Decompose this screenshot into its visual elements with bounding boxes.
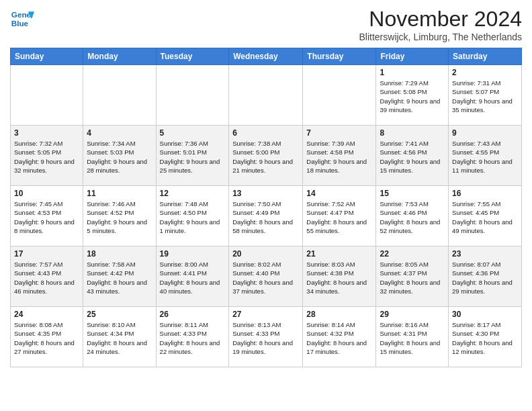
weekday-header-monday: Monday [83,48,156,65]
day-number: 16 [452,189,518,198]
logo: General Blue [10,7,34,31]
day-info: Sunrise: 7:31 AM Sunset: 5:07 PM Dayligh… [452,79,518,114]
day-info: Sunrise: 7:48 AM Sunset: 4:50 PM Dayligh… [160,199,226,235]
day-info: Sunrise: 8:05 AM Sunset: 4:37 PM Dayligh… [380,260,445,295]
day-number: 19 [160,249,226,259]
day-info: Sunrise: 8:10 AM Sunset: 4:34 PM Dayligh… [87,320,152,356]
calendar-cell: 20Sunrise: 8:02 AM Sunset: 4:40 PM Dayli… [229,246,303,307]
week-row-1: 1Sunrise: 7:29 AM Sunset: 5:08 PM Daylig… [11,65,522,126]
day-info: Sunrise: 8:03 AM Sunset: 4:38 PM Dayligh… [306,260,372,295]
calendar-cell [303,65,376,126]
day-info: Sunrise: 7:43 AM Sunset: 4:55 PM Dayligh… [452,139,518,175]
calendar-cell: 14Sunrise: 7:52 AM Sunset: 4:47 PM Dayli… [303,186,376,246]
day-info: Sunrise: 7:50 AM Sunset: 4:49 PM Dayligh… [232,199,299,235]
calendar-cell [156,65,229,126]
day-info: Sunrise: 7:46 AM Sunset: 4:52 PM Dayligh… [87,199,152,235]
day-info: Sunrise: 8:08 AM Sunset: 4:35 PM Dayligh… [14,320,79,356]
calendar-cell: 6Sunrise: 7:38 AM Sunset: 5:00 PM Daylig… [229,126,303,186]
day-number: 4 [87,128,152,138]
calendar-cell: 8Sunrise: 7:41 AM Sunset: 4:56 PM Daylig… [376,126,449,186]
calendar-cell: 29Sunrise: 8:16 AM Sunset: 4:31 PM Dayli… [376,307,449,367]
day-number: 13 [232,189,299,198]
day-number: 28 [306,310,372,319]
calendar-cell: 23Sunrise: 8:07 AM Sunset: 4:36 PM Dayli… [449,246,522,307]
day-info: Sunrise: 7:38 AM Sunset: 5:00 PM Dayligh… [232,139,299,175]
calendar-cell: 4Sunrise: 7:34 AM Sunset: 5:03 PM Daylig… [83,126,156,186]
day-number: 10 [14,189,79,198]
day-number: 14 [306,189,372,198]
day-number: 12 [160,189,226,198]
calendar-cell: 10Sunrise: 7:45 AM Sunset: 4:53 PM Dayli… [11,186,83,246]
weekday-header-wednesday: Wednesday [229,48,303,65]
calendar-cell: 9Sunrise: 7:43 AM Sunset: 4:55 PM Daylig… [449,126,522,186]
day-number: 24 [14,310,79,319]
day-info: Sunrise: 8:17 AM Sunset: 4:30 PM Dayligh… [452,320,518,356]
weekday-header-sunday: Sunday [11,48,83,65]
day-number: 9 [452,128,518,138]
day-info: Sunrise: 7:29 AM Sunset: 5:08 PM Dayligh… [380,79,445,114]
calendar-cell: 17Sunrise: 7:57 AM Sunset: 4:43 PM Dayli… [11,246,83,307]
day-number: 6 [232,128,299,138]
calendar-cell: 26Sunrise: 8:11 AM Sunset: 4:33 PM Dayli… [156,307,229,367]
day-number: 3 [14,128,79,138]
calendar-cell: 13Sunrise: 7:50 AM Sunset: 4:49 PM Dayli… [229,186,303,246]
calendar-cell: 19Sunrise: 8:00 AM Sunset: 4:41 PM Dayli… [156,246,229,307]
day-info: Sunrise: 7:41 AM Sunset: 4:56 PM Dayligh… [380,139,445,175]
day-info: Sunrise: 8:11 AM Sunset: 4:33 PM Dayligh… [160,320,226,356]
day-info: Sunrise: 7:34 AM Sunset: 5:03 PM Dayligh… [87,139,152,175]
day-number: 20 [232,249,299,259]
day-number: 25 [87,310,152,319]
calendar-cell: 21Sunrise: 8:03 AM Sunset: 4:38 PM Dayli… [303,246,376,307]
day-info: Sunrise: 7:58 AM Sunset: 4:42 PM Dayligh… [87,260,152,295]
calendar-cell: 25Sunrise: 8:10 AM Sunset: 4:34 PM Dayli… [83,307,156,367]
weekday-header-saturday: Saturday [449,48,522,65]
day-number: 23 [452,249,518,259]
day-number: 15 [380,189,445,198]
day-number: 5 [160,128,226,138]
week-row-4: 17Sunrise: 7:57 AM Sunset: 4:43 PM Dayli… [11,246,522,307]
day-number: 2 [452,68,518,77]
calendar-cell: 16Sunrise: 7:55 AM Sunset: 4:45 PM Dayli… [449,186,522,246]
day-number: 29 [380,310,445,319]
day-number: 21 [306,249,372,259]
logo-icon: General Blue [10,7,34,31]
day-info: Sunrise: 7:55 AM Sunset: 4:45 PM Dayligh… [452,199,518,235]
day-number: 7 [306,128,372,138]
day-number: 17 [14,249,79,259]
day-info: Sunrise: 8:00 AM Sunset: 4:41 PM Dayligh… [160,260,226,295]
day-number: 11 [87,189,152,198]
calendar-cell [229,65,303,126]
calendar-cell: 28Sunrise: 8:14 AM Sunset: 4:32 PM Dayli… [303,307,376,367]
calendar-cell: 1Sunrise: 7:29 AM Sunset: 5:08 PM Daylig… [376,65,449,126]
weekday-header-thursday: Thursday [303,48,376,65]
title-block: November 2024 Blitterswijck, Limburg, Th… [359,7,522,42]
calendar-cell: 27Sunrise: 8:13 AM Sunset: 4:33 PM Dayli… [229,307,303,367]
calendar-cell: 15Sunrise: 7:53 AM Sunset: 4:46 PM Dayli… [376,186,449,246]
day-info: Sunrise: 7:52 AM Sunset: 4:47 PM Dayligh… [306,199,372,235]
day-info: Sunrise: 7:45 AM Sunset: 4:53 PM Dayligh… [14,199,79,235]
calendar-cell: 3Sunrise: 7:32 AM Sunset: 5:05 PM Daylig… [11,126,83,186]
day-info: Sunrise: 7:39 AM Sunset: 4:58 PM Dayligh… [306,139,372,175]
calendar-cell: 18Sunrise: 7:58 AM Sunset: 4:42 PM Dayli… [83,246,156,307]
calendar-cell [83,65,156,126]
day-info: Sunrise: 8:16 AM Sunset: 4:31 PM Dayligh… [380,320,445,356]
calendar-cell [11,65,83,126]
location: Blitterswijck, Limburg, The Netherlands [359,32,522,42]
day-number: 1 [380,68,445,77]
day-number: 27 [232,310,299,319]
month-title: November 2024 [359,7,522,32]
day-info: Sunrise: 7:32 AM Sunset: 5:05 PM Dayligh… [14,139,79,175]
week-row-5: 24Sunrise: 8:08 AM Sunset: 4:35 PM Dayli… [11,307,522,367]
day-number: 8 [380,128,445,138]
calendar-cell: 24Sunrise: 8:08 AM Sunset: 4:35 PM Dayli… [11,307,83,367]
day-info: Sunrise: 8:02 AM Sunset: 4:40 PM Dayligh… [232,260,299,295]
weekday-header-friday: Friday [376,48,449,65]
page-header: General Blue November 2024 Blitterswijck… [10,7,522,42]
day-number: 18 [87,249,152,259]
calendar-cell: 30Sunrise: 8:17 AM Sunset: 4:30 PM Dayli… [449,307,522,367]
day-info: Sunrise: 8:13 AM Sunset: 4:33 PM Dayligh… [232,320,299,356]
svg-text:Blue: Blue [11,19,29,28]
weekday-header-row: SundayMondayTuesdayWednesdayThursdayFrid… [11,48,522,65]
weekday-header-tuesday: Tuesday [156,48,229,65]
calendar-cell: 2Sunrise: 7:31 AM Sunset: 5:07 PM Daylig… [449,65,522,126]
